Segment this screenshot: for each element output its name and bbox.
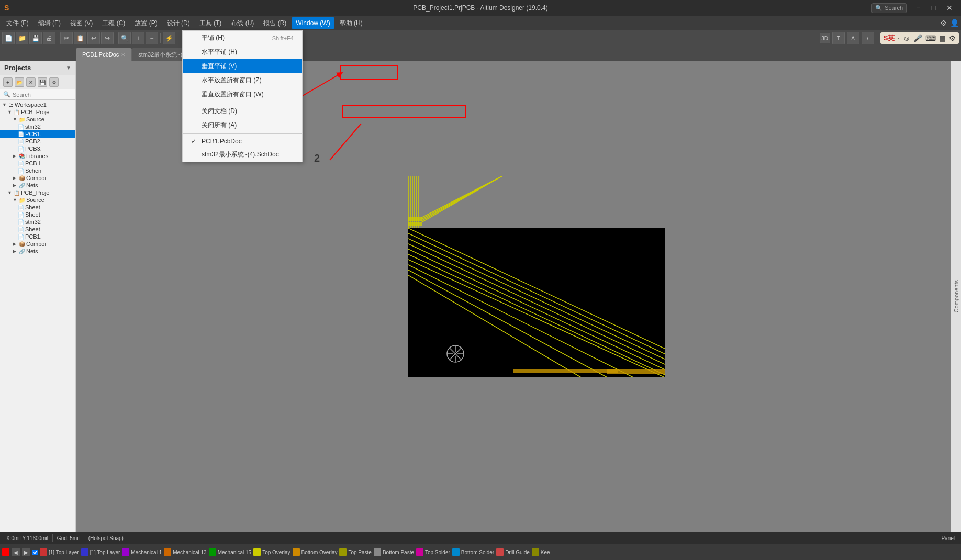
cam-tool[interactable]: T xyxy=(832,32,845,44)
cut-tool[interactable]: ✂ xyxy=(60,32,73,44)
tree-pcb1-2[interactable]: 📄 PCB1. xyxy=(0,233,75,240)
layer-bottom[interactable]: [1] Top Layer xyxy=(81,548,120,556)
tree-source-d2[interactable]: ▼ 📁 Source xyxy=(0,196,75,204)
menu-close-doc[interactable]: 关闭文档 (D) xyxy=(183,104,302,118)
layer-top-check[interactable] xyxy=(32,550,38,555)
menu-file[interactable]: 文件 (F) xyxy=(2,17,33,30)
text-tool[interactable]: A xyxy=(847,32,859,44)
ime-icon[interactable]: S英 xyxy=(884,33,895,43)
menu-help[interactable]: 帮助 (H) xyxy=(336,17,367,30)
tree-compor1[interactable]: ▶ 📦 Compor xyxy=(0,174,75,182)
tree-pcbl[interactable]: 📄 PCB L xyxy=(0,160,75,167)
menu-arrange-v[interactable]: 垂直放置所有窗口 (W) xyxy=(183,87,302,102)
close-button[interactable]: ✕ xyxy=(942,2,957,14)
menu-schdoc-item[interactable]: stm32最小系统~(4).SchDoc xyxy=(183,148,302,162)
tree-stm32-1[interactable]: 📄 stm32 xyxy=(0,123,75,130)
menu-project[interactable]: 工程 (C) xyxy=(98,17,129,30)
ime-mic[interactable]: 🎤 xyxy=(913,34,922,42)
ime-keyboard[interactable]: ⌨ xyxy=(925,34,936,42)
zoom-in-tool[interactable]: + xyxy=(132,32,144,44)
layer-top-paste[interactable]: Top Paste xyxy=(339,548,371,556)
open-project-icon[interactable]: 📂 xyxy=(15,77,24,87)
menu-tile-v[interactable]: 垂直平铺 (V) xyxy=(183,59,302,73)
save-project-icon[interactable]: 💾 xyxy=(38,77,47,87)
menu-tools[interactable]: 工具 (T) xyxy=(195,17,226,30)
save-tool[interactable]: 💾 xyxy=(29,32,42,44)
layer-top[interactable]: [1] Top Layer xyxy=(32,548,79,556)
menu-tile-h[interactable]: 水平平铺 (H) xyxy=(183,45,302,59)
tree-sheet2[interactable]: 📄 Sheet xyxy=(0,211,75,218)
layer-next-btn[interactable]: ▶ xyxy=(22,548,30,556)
redo-tool[interactable]: ↪ xyxy=(101,32,114,44)
libs-label: Libraries xyxy=(26,153,48,159)
settings-project-icon[interactable]: ⚙ xyxy=(49,77,59,87)
layer-mech13[interactable]: Mechanical 13 xyxy=(164,548,206,556)
tree-nets2[interactable]: ▶ 🔗 Nets xyxy=(0,248,75,255)
tree-libraries[interactable]: ▶ 📚 Libraries xyxy=(0,152,75,160)
zoom-fit-tool[interactable]: 🔍 xyxy=(118,32,131,44)
layer-mech15[interactable]: Mechanical 15 xyxy=(209,548,251,556)
layer-bot-overlay[interactable]: Bottom Overlay xyxy=(293,548,338,556)
layer-mech1-label: Mechanical 1 xyxy=(131,550,162,555)
ime-smile[interactable]: ☺ xyxy=(903,34,910,42)
layer-indicator[interactable] xyxy=(2,548,9,556)
layer-top-overlay[interactable]: Top Overlay xyxy=(253,548,290,556)
menu-route[interactable]: 布线 (U) xyxy=(227,17,258,30)
components-panel[interactable]: Components xyxy=(951,61,961,532)
minimize-button[interactable]: − xyxy=(911,2,925,14)
copy-tool[interactable]: 📋 xyxy=(74,32,86,44)
menu-place[interactable]: 放置 (P) xyxy=(130,17,161,30)
tree-workspace[interactable]: ▼ 🗂 Workspace1 xyxy=(0,101,75,108)
tree-source-d1[interactable]: ▼ 📁 Source xyxy=(0,116,75,123)
layer-bot-paste[interactable]: Bottom Paste xyxy=(374,548,414,556)
menu-tile[interactable]: 平铺 (H) Shift+F4 xyxy=(183,31,302,45)
layer-drill-guide[interactable]: Drill Guide xyxy=(496,548,530,556)
tree-compor2[interactable]: ▶ 📦 Compor xyxy=(0,240,75,248)
menu-view[interactable]: 视图 (V) xyxy=(66,17,97,30)
tree-pcb3-file[interactable]: 📄 PCB3. xyxy=(0,145,75,152)
layer-top-solder[interactable]: Top Solder xyxy=(416,548,450,556)
tree-pcb-project2[interactable]: ▼ 📋 PCB_Proje xyxy=(0,189,75,196)
tree-sheet3[interactable]: 📄 Sheet xyxy=(0,226,75,233)
menu-pcb1doc[interactable]: ✓ PCB1.PcbDoc xyxy=(183,135,302,148)
tree-sheet1[interactable]: 📄 Sheet xyxy=(0,204,75,211)
print-tool[interactable]: 🖨 xyxy=(43,32,55,44)
zoom-out-tool[interactable]: − xyxy=(146,32,158,44)
account-icon[interactable]: 👤 xyxy=(950,19,959,27)
ime-tray[interactable]: ▦ xyxy=(939,34,946,42)
ime-settings2[interactable]: ⚙ xyxy=(949,34,956,42)
tree-pcb1-file[interactable]: 📄 PCB1. xyxy=(0,130,75,138)
menu-report[interactable]: 报告 (R) xyxy=(259,17,290,30)
open-tool[interactable]: 📁 xyxy=(16,32,28,44)
maximize-button[interactable]: □ xyxy=(926,2,941,14)
search-input[interactable] xyxy=(13,92,76,98)
panel-collapse-arrow[interactable]: ▼ xyxy=(66,65,71,71)
tree-pcb2-file[interactable]: 📄 PCB2. xyxy=(0,138,75,145)
pcbl-icon: 📄 xyxy=(18,161,24,166)
menu-arrange-h[interactable]: 水平放置所有窗口 (Z) xyxy=(183,73,302,87)
ime-dot: · xyxy=(898,35,899,42)
new-tool[interactable]: 📄 xyxy=(2,32,15,44)
menu-edit[interactable]: 编辑 (E) xyxy=(34,17,65,30)
layer-mech1[interactable]: Mechanical 1 xyxy=(122,548,162,556)
tree-pcb-project1[interactable]: ▼ 📋 PCB_Proje xyxy=(0,108,75,116)
menu-design[interactable]: 设计 (D) xyxy=(163,17,194,30)
tree-nets1[interactable]: ▶ 🔗 Nets xyxy=(0,182,75,189)
layer-kee[interactable]: Kee xyxy=(532,548,550,556)
tab-pcb1-close[interactable]: ✕ xyxy=(121,52,125,58)
title-search-box[interactable]: 🔍 Search xyxy=(871,3,907,13)
menu-window[interactable]: Window (W) xyxy=(292,17,334,29)
line-tool[interactable]: / xyxy=(862,32,874,44)
tree-schen[interactable]: 📄 Schen xyxy=(0,167,75,174)
layer-bot-solder[interactable]: Bottom Solder xyxy=(452,548,494,556)
close-project-icon[interactable]: ✕ xyxy=(26,77,36,87)
tree-stm32-2[interactable]: 📄 stm32 xyxy=(0,218,75,226)
3d-view-tool[interactable]: 3D xyxy=(820,33,830,43)
layer-prev-btn[interactable]: ◀ xyxy=(12,548,20,556)
undo-tool[interactable]: ↩ xyxy=(87,32,100,44)
settings-icon[interactable]: ⚙ xyxy=(940,19,947,27)
tab-pcb1[interactable]: PCB1.PcbDoc ✕ xyxy=(76,48,132,61)
menu-close-all[interactable]: 关闭所有 (A) xyxy=(183,118,302,132)
route-tool[interactable]: ⚡ xyxy=(163,32,175,44)
new-project-icon[interactable]: + xyxy=(3,77,13,87)
